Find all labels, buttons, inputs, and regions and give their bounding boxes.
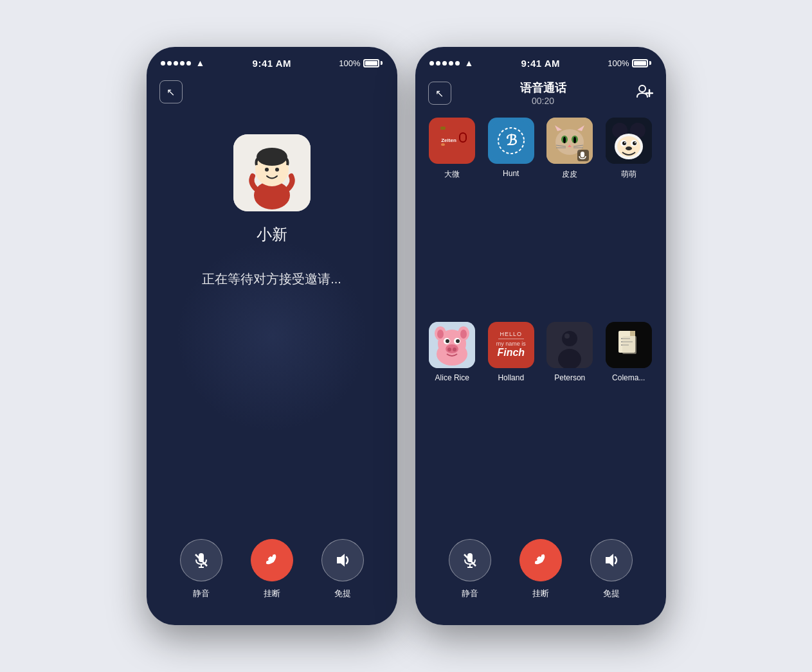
speaker-button-right[interactable] — [590, 539, 633, 581]
add-person-icon — [635, 82, 653, 100]
svg-point-68 — [564, 333, 570, 339]
battery-fill — [365, 61, 377, 66]
nav-bar-left: ↖ — [147, 75, 397, 109]
status-time: 9:41 AM — [253, 58, 291, 69]
hangup-button-right[interactable] — [519, 539, 562, 581]
participant-pipi: 皮皮 — [546, 118, 595, 312]
signal-dots-right — [429, 61, 460, 66]
avatar-alice[interactable] — [429, 322, 475, 368]
dot3 — [174, 61, 178, 66]
waiting-text: 正在等待对方接受邀请... — [202, 270, 341, 288]
avatar-holland[interactable]: HELLO my name is Finch — [488, 322, 534, 368]
svg-rect-15 — [460, 133, 466, 142]
status-bar-right: ▲ 9:41 AM 100% — [415, 47, 666, 75]
name-pipi: 皮皮 — [562, 169, 577, 180]
svg-point-49 — [635, 142, 636, 143]
cartoon-svg — [606, 118, 652, 164]
svg-point-3 — [257, 148, 287, 166]
avatar-dawei[interactable]: Zelten — [429, 118, 475, 164]
svg-rect-72 — [630, 331, 635, 336]
signal-area-right: ▲ — [429, 58, 474, 68]
name-holland: Holland — [498, 373, 524, 382]
svg-point-50 — [626, 146, 632, 150]
mug-svg: Zelten — [433, 121, 471, 160]
name-alice: Alice Rice — [435, 373, 469, 382]
svg-point-66 — [562, 331, 577, 346]
speaker-label: 免提 — [334, 588, 351, 599]
participant-hunt: ℬ Hunt — [487, 118, 536, 312]
mute-button[interactable] — [180, 539, 222, 581]
mute-button-right[interactable] — [449, 539, 491, 581]
nav-title-block: 语音通话 00:20 — [520, 80, 566, 106]
dot2 — [167, 61, 172, 66]
battery-percent: 100% — [339, 58, 360, 68]
peterson-svg — [546, 322, 593, 368]
mute-label: 静音 — [193, 588, 210, 599]
avatar-coleman[interactable] — [606, 322, 652, 368]
svg-point-46 — [622, 141, 626, 145]
nav-icon-btn-right[interactable]: ↖ — [428, 82, 451, 105]
nav-icon-btn-left[interactable]: ↖ — [159, 80, 183, 103]
participant-dawei: Zelten 大微 — [428, 118, 477, 312]
battery-tip — [381, 61, 383, 65]
battery-icon — [363, 59, 383, 67]
mic-icon — [192, 551, 210, 569]
svg-point-57 — [460, 330, 467, 339]
pig-svg — [429, 322, 475, 368]
svg-marker-10 — [337, 554, 345, 567]
battery-icon-right — [632, 59, 651, 67]
avatar-peterson[interactable] — [546, 322, 593, 368]
finch-my-name: my name is — [496, 340, 526, 347]
status-time-right: 9:41 AM — [521, 58, 560, 69]
add-person-button[interactable] — [635, 82, 653, 104]
cursor-icon: ↖ — [167, 86, 175, 98]
avatar-hunt[interactable]: ℬ — [488, 118, 534, 164]
participant-mengmeng: 萌萌 — [604, 118, 653, 312]
svg-rect-38 — [581, 152, 584, 157]
coleman-svg — [606, 322, 652, 368]
call-duration: 00:20 — [520, 96, 566, 106]
hangup-label-right: 挂断 — [532, 588, 549, 599]
hangup-label: 挂断 — [264, 588, 280, 599]
svg-point-30 — [563, 137, 566, 143]
contact-name: 小新 — [257, 224, 287, 245]
name-peterson: Peterson — [554, 373, 585, 382]
signal-dots — [161, 61, 191, 66]
speaker-label-right: 免提 — [603, 588, 620, 599]
status-bar-left: ▲ 9:41 AM 100% — [147, 47, 397, 75]
contact-avatar — [233, 134, 311, 211]
left-phone: ▲ 9:41 AM 100% ↖ — [147, 47, 397, 625]
svg-rect-76 — [622, 336, 636, 354]
name-hunt: Hunt — [503, 169, 519, 178]
svg-point-31 — [573, 137, 576, 143]
bottom-controls-left: 静音 挂断 免提 — [147, 526, 397, 625]
participant-holland: HELLO my name is Finch Holland — [487, 322, 536, 514]
svg-text:Zelten: Zelten — [441, 137, 456, 143]
avatar-mengmeng[interactable] — [606, 118, 652, 164]
finch-card: HELLO my name is Finch — [488, 322, 534, 368]
bottom-controls-right: 静音 挂断 免提 — [415, 526, 666, 625]
finch-name: Finch — [497, 347, 525, 358]
avatar-svg — [233, 134, 311, 211]
name-coleman: Colema... — [612, 373, 645, 382]
svg-point-64 — [453, 348, 456, 351]
svg-point-11 — [639, 85, 645, 92]
speaker-button[interactable] — [321, 539, 364, 581]
hangup-button[interactable] — [251, 539, 293, 581]
hangup-icon — [262, 551, 282, 570]
dot1 — [161, 61, 165, 66]
avatar-pipi[interactable] — [546, 118, 593, 164]
signal-area: ▲ — [161, 58, 205, 68]
cursor-icon-right: ↖ — [435, 87, 444, 100]
wifi-icon-right: ▲ — [465, 58, 474, 68]
svg-point-62 — [446, 344, 458, 353]
participant-peterson: Peterson — [546, 322, 595, 514]
nav-bar-right: ↖ 语音通话 00:20 — [415, 75, 666, 111]
battery-percent-right: 100% — [608, 58, 629, 68]
speaker-control-right: 免提 — [590, 539, 633, 599]
mute-label-right: 静音 — [462, 588, 478, 599]
svg-point-56 — [437, 330, 444, 339]
speaker-icon — [334, 551, 352, 569]
hangup-control-right: 挂断 — [519, 539, 562, 599]
svg-point-63 — [447, 348, 451, 351]
